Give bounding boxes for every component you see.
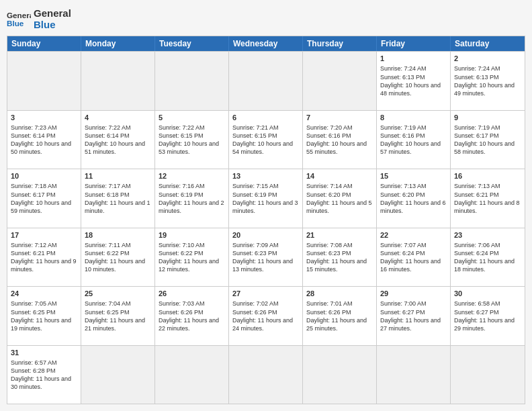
calendar-cell: 24Sunrise: 7:05 AM Sunset: 6:25 PM Dayli… (7, 287, 81, 345)
calendar-cell: 22Sunrise: 7:07 AM Sunset: 6:24 PM Dayli… (377, 228, 451, 287)
calendar-header: SundayMondayTuesdayWednesdayThursdayFrid… (7, 36, 525, 51)
day-number: 23 (454, 230, 521, 240)
calendar-cell: 17Sunrise: 7:12 AM Sunset: 6:21 PM Dayli… (7, 228, 81, 287)
day-number: 30 (454, 289, 521, 299)
calendar-cell: 3Sunrise: 7:23 AM Sunset: 6:14 PM Daylig… (7, 111, 81, 169)
day-content: Sunrise: 7:08 AM Sunset: 6:23 PM Dayligh… (306, 241, 373, 274)
calendar-cell: 19Sunrise: 7:10 AM Sunset: 6:22 PM Dayli… (155, 228, 229, 287)
calendar-cell: 9Sunrise: 7:19 AM Sunset: 6:17 PM Daylig… (451, 111, 525, 169)
calendar-cell (155, 346, 229, 404)
calendar-cell: 11Sunrise: 7:17 AM Sunset: 6:18 PM Dayli… (81, 169, 155, 228)
day-number: 7 (306, 113, 373, 123)
calendar-cell (303, 346, 377, 404)
calendar-cell: 5Sunrise: 7:22 AM Sunset: 6:15 PM Daylig… (155, 111, 229, 169)
logo-blue-text: Blue (34, 19, 71, 31)
day-number: 19 (159, 230, 225, 240)
day-number: 14 (306, 171, 373, 181)
day-number: 24 (11, 289, 77, 299)
calendar-cell: 13Sunrise: 7:15 AM Sunset: 6:19 PM Dayli… (229, 169, 303, 228)
calendar-cell: 4Sunrise: 7:22 AM Sunset: 6:14 PM Daylig… (81, 111, 155, 169)
day-number: 2 (454, 54, 521, 64)
calendar-cell: 8Sunrise: 7:19 AM Sunset: 6:16 PM Daylig… (377, 111, 451, 169)
day-content: Sunrise: 7:19 AM Sunset: 6:16 PM Dayligh… (380, 124, 447, 156)
calendar-cell (451, 346, 525, 404)
weekday-header-tuesday: Tuesday (155, 36, 229, 51)
day-content: Sunrise: 7:11 AM Sunset: 6:22 PM Dayligh… (85, 241, 151, 274)
page: General Blue General Blue SundayMondayTu… (0, 0, 532, 411)
weekday-header-thursday: Thursday (303, 36, 377, 51)
calendar-cell: 30Sunrise: 6:58 AM Sunset: 6:27 PM Dayli… (451, 287, 525, 345)
logo: General Blue General Blue (7, 7, 71, 30)
calendar-cell (229, 52, 303, 110)
day-number: 27 (232, 289, 299, 299)
day-content: Sunrise: 7:24 AM Sunset: 6:13 PM Dayligh… (380, 64, 447, 97)
day-number: 15 (380, 171, 447, 181)
calendar: SundayMondayTuesdayWednesdayThursdayFrid… (7, 36, 525, 404)
calendar-cell: 28Sunrise: 7:01 AM Sunset: 6:26 PM Dayli… (303, 287, 377, 345)
weekday-header-wednesday: Wednesday (229, 36, 303, 51)
calendar-cell: 20Sunrise: 7:09 AM Sunset: 6:23 PM Dayli… (229, 228, 303, 287)
calendar-row-1: 3Sunrise: 7:23 AM Sunset: 6:14 PM Daylig… (7, 110, 525, 169)
calendar-cell: 10Sunrise: 7:18 AM Sunset: 6:17 PM Dayli… (7, 169, 81, 228)
day-number: 6 (232, 113, 299, 123)
calendar-row-2: 10Sunrise: 7:18 AM Sunset: 6:17 PM Dayli… (7, 169, 525, 228)
day-number: 17 (11, 230, 77, 240)
day-number: 20 (232, 230, 299, 240)
day-content: Sunrise: 7:00 AM Sunset: 6:27 PM Dayligh… (380, 300, 447, 332)
day-number: 13 (232, 171, 299, 181)
day-content: Sunrise: 7:09 AM Sunset: 6:23 PM Dayligh… (232, 241, 299, 274)
day-content: Sunrise: 7:16 AM Sunset: 6:19 PM Dayligh… (159, 182, 225, 215)
day-content: Sunrise: 7:13 AM Sunset: 6:20 PM Dayligh… (380, 182, 447, 215)
day-number: 4 (85, 113, 151, 123)
day-number: 9 (454, 113, 521, 123)
calendar-cell: 18Sunrise: 7:11 AM Sunset: 6:22 PM Dayli… (81, 228, 155, 287)
day-number: 12 (159, 171, 225, 181)
day-number: 11 (85, 171, 151, 181)
calendar-cell: 23Sunrise: 7:06 AM Sunset: 6:24 PM Dayli… (451, 228, 525, 287)
calendar-cell: 29Sunrise: 7:00 AM Sunset: 6:27 PM Dayli… (377, 287, 451, 345)
calendar-cell (303, 52, 377, 110)
day-content: Sunrise: 7:07 AM Sunset: 6:24 PM Dayligh… (380, 241, 447, 274)
calendar-cell: 15Sunrise: 7:13 AM Sunset: 6:20 PM Dayli… (377, 169, 451, 228)
day-content: Sunrise: 7:05 AM Sunset: 6:25 PM Dayligh… (11, 300, 77, 332)
day-number: 1 (380, 54, 447, 64)
day-number: 16 (454, 171, 521, 181)
day-number: 3 (11, 113, 77, 123)
weekday-header-monday: Monday (81, 36, 155, 51)
day-content: Sunrise: 7:24 AM Sunset: 6:13 PM Dayligh… (454, 64, 521, 97)
logo-general-text: General (34, 8, 71, 19)
day-number: 25 (85, 289, 151, 299)
day-content: Sunrise: 6:57 AM Sunset: 6:28 PM Dayligh… (11, 359, 77, 392)
day-content: Sunrise: 7:22 AM Sunset: 6:14 PM Dayligh… (85, 124, 151, 156)
day-content: Sunrise: 7:17 AM Sunset: 6:18 PM Dayligh… (85, 182, 151, 215)
day-number: 5 (159, 113, 225, 123)
day-content: Sunrise: 7:15 AM Sunset: 6:19 PM Dayligh… (232, 182, 299, 215)
calendar-cell: 21Sunrise: 7:08 AM Sunset: 6:23 PM Dayli… (303, 228, 377, 287)
calendar-cell: 7Sunrise: 7:20 AM Sunset: 6:16 PM Daylig… (303, 111, 377, 169)
calendar-row-3: 17Sunrise: 7:12 AM Sunset: 6:21 PM Dayli… (7, 228, 525, 287)
calendar-cell: 25Sunrise: 7:04 AM Sunset: 6:25 PM Dayli… (81, 287, 155, 345)
day-number: 31 (11, 348, 77, 358)
calendar-cell (377, 346, 451, 404)
calendar-cell: 2Sunrise: 7:24 AM Sunset: 6:13 PM Daylig… (451, 52, 525, 110)
calendar-cell: 1Sunrise: 7:24 AM Sunset: 6:13 PM Daylig… (377, 52, 451, 110)
calendar-cell (81, 52, 155, 110)
calendar-cell: 26Sunrise: 7:03 AM Sunset: 6:26 PM Dayli… (155, 287, 229, 345)
day-content: Sunrise: 7:19 AM Sunset: 6:17 PM Dayligh… (454, 124, 521, 156)
calendar-cell (155, 52, 229, 110)
day-content: Sunrise: 7:13 AM Sunset: 6:21 PM Dayligh… (454, 182, 521, 215)
header: General Blue General Blue (7, 7, 525, 30)
day-number: 21 (306, 230, 373, 240)
day-content: Sunrise: 6:58 AM Sunset: 6:27 PM Dayligh… (454, 300, 521, 332)
calendar-cell: 12Sunrise: 7:16 AM Sunset: 6:19 PM Dayli… (155, 169, 229, 228)
day-content: Sunrise: 7:23 AM Sunset: 6:14 PM Dayligh… (11, 124, 77, 156)
day-content: Sunrise: 7:03 AM Sunset: 6:26 PM Dayligh… (159, 300, 225, 332)
day-content: Sunrise: 7:04 AM Sunset: 6:25 PM Dayligh… (85, 300, 151, 332)
day-number: 26 (159, 289, 225, 299)
calendar-row-0: 1Sunrise: 7:24 AM Sunset: 6:13 PM Daylig… (7, 51, 525, 110)
calendar-cell (7, 52, 81, 110)
calendar-cell: 27Sunrise: 7:02 AM Sunset: 6:26 PM Dayli… (229, 287, 303, 345)
weekday-header-friday: Friday (377, 36, 451, 51)
day-content: Sunrise: 7:01 AM Sunset: 6:26 PM Dayligh… (306, 300, 373, 332)
day-content: Sunrise: 7:18 AM Sunset: 6:17 PM Dayligh… (11, 182, 77, 215)
